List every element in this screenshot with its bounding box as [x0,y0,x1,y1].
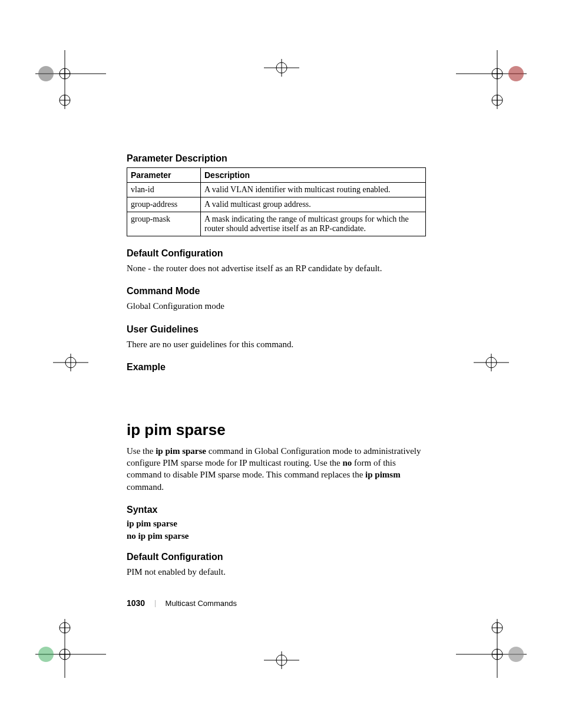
crop-mark-icon [35,619,106,678]
svg-point-30 [59,622,70,633]
crop-mark-icon [35,50,106,109]
svg-point-39 [492,622,503,633]
table-row: vlan-id A valid VLAN identifier with mul… [127,183,426,197]
text-span: command. [127,482,164,492]
svg-point-15 [492,95,503,106]
table-cell-param: group-address [127,197,201,212]
crop-mark-icon [456,619,527,678]
footer-separator: | [154,599,156,608]
svg-point-5 [38,66,54,81]
table-cell-desc: A valid VLAN identifier with multicast r… [201,183,426,197]
svg-point-35 [492,649,503,660]
svg-point-23 [486,357,497,368]
body-text: PIM not enabled by default. [127,566,426,578]
parameter-table: Parameter Description vlan-id A valid VL… [127,167,426,236]
svg-point-14 [508,66,524,81]
syntax-line: no ip pim sparse [127,531,426,541]
page-footer: 1030 | Multicast Commands [127,598,237,608]
heading-command-name: ip pim sparse [127,421,426,439]
heading-syntax: Syntax [127,505,426,515]
table-cell-param: vlan-id [127,183,201,197]
svg-point-26 [59,649,70,660]
crop-mark-icon [456,50,527,109]
body-text: There are no user guidelines for this co… [127,338,426,350]
svg-point-6 [59,95,70,106]
heading-user-guidelines: User Guidelines [127,324,426,335]
svg-point-11 [492,68,503,79]
svg-point-44 [276,62,287,73]
text-bold: no [342,458,352,467]
table-cell-desc: A mask indicating the range of multicast… [201,212,426,236]
page-number: 1030 [127,598,145,608]
text-span: Use the [127,446,156,456]
svg-point-47 [276,655,287,666]
table-row: group-address A valid multicast group ad… [127,197,426,212]
syntax-line: ip pim sparse [127,519,426,529]
svg-point-29 [38,647,54,662]
table-header-parameter: Parameter [127,168,201,183]
body-text: Use the ip pim sparse command in Global … [127,445,426,493]
text-bold: ip pimsm [365,470,401,479]
heading-command-mode: Command Mode [127,286,426,297]
table-header-row: Parameter Description [127,168,426,183]
svg-point-2 [59,68,70,79]
svg-point-38 [508,647,524,662]
heading-parameter-description: Parameter Description [127,153,426,164]
heading-default-configuration: Default Configuration [127,248,426,259]
text-bold: ip pim sparse [156,446,206,456]
table-cell-desc: A valid multicast group address. [201,197,426,212]
footer-section-name: Multicast Commands [166,599,237,608]
crop-mark-icon [474,354,509,371]
table-header-description: Description [201,168,426,183]
table-row: group-mask A mask indicating the range o… [127,212,426,236]
table-cell-param: group-mask [127,212,201,236]
crop-mark-icon [264,651,299,669]
crop-mark-icon [53,354,88,371]
crop-mark-icon [264,59,299,77]
svg-point-20 [65,357,76,368]
page-content: Parameter Description Parameter Descript… [127,153,426,586]
body-text: None - the router does not advertise its… [127,262,426,274]
body-text: Global Configuration mode [127,300,426,312]
heading-default-configuration: Default Configuration [127,552,426,562]
heading-example: Example [127,362,426,373]
